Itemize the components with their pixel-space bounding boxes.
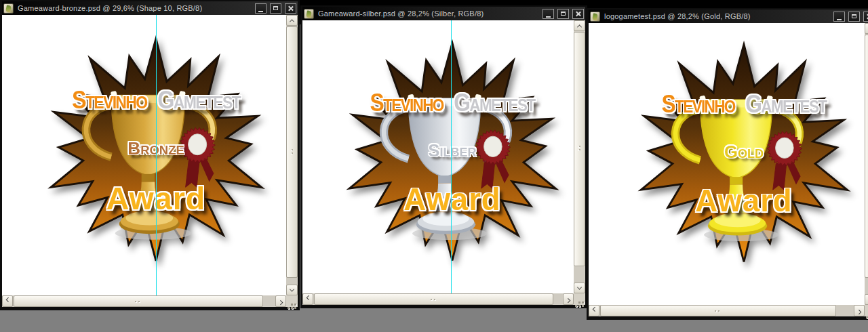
vertical-scroll-thumb[interactable]: [574, 32, 585, 266]
window-silber: Gameaward-silber.psd @ 28,2% (Silber, RG…: [300, 5, 587, 308]
horizontal-scrollbar[interactable]: [302, 293, 574, 305]
chevron-up-icon: [577, 24, 582, 29]
brand-second-word: Gametest: [157, 86, 240, 114]
scroll-right-button[interactable]: [854, 305, 865, 316]
thumb-grip-icon: [578, 146, 581, 152]
vertical-guide: [451, 20, 452, 293]
maximize-icon: [273, 6, 278, 10]
psd-file-icon: [590, 12, 600, 22]
maximize-button[interactable]: [848, 12, 860, 22]
scroll-left-button[interactable]: [589, 305, 599, 316]
psd-file-icon: [3, 3, 14, 14]
vertical-scrollbar[interactable]: [865, 23, 868, 305]
chevron-right-icon: [278, 300, 283, 305]
close-button[interactable]: [572, 9, 584, 19]
window-title: Gameaward-silber.psd @ 28,2% (Silber, RG…: [318, 9, 540, 18]
award-artwork: Stevinho Gametest Silber Award: [336, 35, 568, 267]
close-icon: [575, 11, 581, 17]
chevron-left-icon: [306, 295, 311, 300]
window-controls: [255, 3, 296, 14]
minimize-button[interactable]: [542, 9, 554, 19]
document-canvas[interactable]: Stevinho Gametest Gold Award: [589, 23, 865, 305]
window-title: logogametest.psd @ 28,2% (Gold, RGB/8): [604, 12, 831, 20]
scroll-down-button[interactable]: [286, 285, 298, 295]
vertical-scroll-thumb[interactable]: [865, 35, 868, 278]
chevron-down-icon: [290, 287, 294, 291]
minimize-icon: [837, 14, 842, 20]
close-button[interactable]: [285, 3, 296, 14]
vertical-scrollbar[interactable]: [574, 20, 585, 293]
resize-grip[interactable]: [865, 305, 868, 316]
minimize-icon: [546, 12, 551, 18]
horizontal-scroll-thumb[interactable]: [14, 295, 263, 307]
chevron-left-icon: [5, 297, 10, 302]
brand-first-word: Stevinho: [72, 86, 146, 114]
chevron-right-icon: [856, 310, 861, 314]
maximize-button[interactable]: [270, 3, 281, 14]
window-body: Stevinho Gametest Gold Award: [589, 23, 868, 316]
vertical-guide: [156, 15, 157, 295]
horizontal-scroll-thumb[interactable]: [314, 293, 553, 305]
close-icon: [288, 5, 294, 12]
vertical-scroll-thumb[interactable]: [286, 26, 298, 278]
window-body: Stevinho Gametest Bronze Award: [2, 15, 298, 307]
scroll-right-button[interactable]: [275, 295, 286, 307]
document-canvas[interactable]: Stevinho Gametest Bronze Award: [2, 15, 286, 295]
scroll-left-button[interactable]: [2, 295, 13, 307]
minimize-button[interactable]: [833, 12, 845, 22]
window-controls: [542, 9, 584, 19]
medal-label: Silber: [336, 141, 568, 161]
maximize-button[interactable]: [557, 9, 569, 19]
maximize-icon: [852, 14, 856, 18]
window-body: Stevinho Gametest Silber Award: [302, 20, 585, 305]
vertical-scrollbar[interactable]: [286, 15, 298, 295]
brand-second-word: Gametest: [745, 91, 826, 118]
scroll-down-button[interactable]: [865, 294, 868, 305]
thumb-grip-icon: [431, 298, 437, 301]
chevron-up-icon: [290, 19, 294, 24]
titlebar-bronze[interactable]: Gameaward-bronze.psd @ 29,6% (Shape 10, …: [2, 1, 298, 15]
brand-title: Stevinho Gametest: [634, 91, 854, 119]
horizontal-scrollbar[interactable]: [2, 295, 286, 307]
window-bronze: Gameaward-bronze.psd @ 29,6% (Shape 10, …: [0, 0, 300, 310]
chevron-right-icon: [566, 298, 570, 303]
document-canvas[interactable]: Stevinho Gametest Silber Award: [302, 20, 574, 293]
thumb-grip-icon: [715, 310, 722, 312]
thumb-grip-icon: [291, 149, 294, 156]
window-title: Gameaward-bronze.psd @ 29,6% (Shape 10, …: [18, 4, 252, 12]
scroll-up-button[interactable]: [865, 23, 868, 34]
resize-grip[interactable]: [574, 293, 585, 305]
brand-title: Stevinho Gametest: [342, 89, 562, 117]
brand-second-word: Gametest: [454, 89, 534, 117]
horizontal-scroll-thumb[interactable]: [600, 305, 836, 316]
chevron-down-icon: [577, 285, 582, 289]
award-word: Award: [628, 184, 860, 219]
psd-file-icon: [304, 9, 314, 19]
window-controls: [833, 12, 868, 22]
award-word: Award: [336, 182, 568, 217]
minimize-button[interactable]: [255, 3, 267, 14]
thumb-grip-icon: [135, 300, 142, 303]
medal-label: Gold: [628, 142, 860, 162]
close-button[interactable]: [863, 12, 868, 22]
scroll-right-button[interactable]: [563, 293, 574, 305]
scroll-down-button[interactable]: [574, 283, 585, 293]
chevron-left-icon: [592, 307, 597, 312]
resize-grip[interactable]: [286, 295, 298, 307]
maximize-icon: [561, 12, 566, 16]
scroll-left-button[interactable]: [302, 293, 313, 305]
brand-first-word: Stevinho: [370, 89, 443, 117]
award-artwork: Stevinho Gametest Gold Award: [628, 37, 860, 268]
horizontal-scrollbar[interactable]: [589, 305, 865, 316]
titlebar-silber[interactable]: Gameaward-silber.psd @ 28,2% (Silber, RG…: [302, 7, 585, 20]
window-gold: logogametest.psd @ 28,2% (Gold, RGB/8) S…: [587, 8, 868, 320]
minimize-icon: [258, 6, 263, 12]
scroll-up-button[interactable]: [286, 15, 298, 26]
titlebar-gold[interactable]: logogametest.psd @ 28,2% (Gold, RGB/8): [589, 9, 868, 23]
brand-first-word: Stevinho: [662, 91, 735, 118]
scroll-up-button[interactable]: [574, 20, 585, 31]
